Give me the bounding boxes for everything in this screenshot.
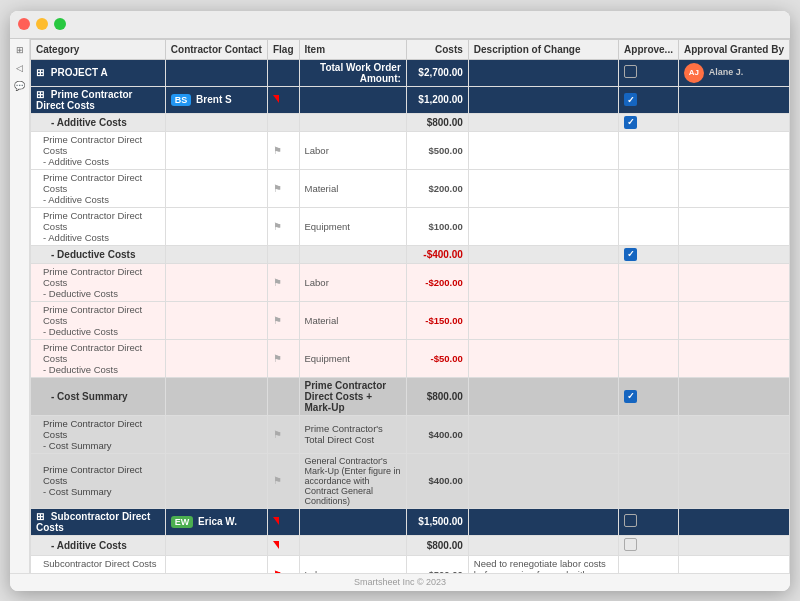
sub-direct-costs: $1,500.00 bbox=[406, 508, 468, 535]
detail-desc-3 bbox=[468, 207, 618, 245]
sub-det-flag-1: ⚑ bbox=[267, 555, 299, 573]
ded-flag-2: ⚑ bbox=[267, 301, 299, 339]
sidebar-icon-3[interactable]: 💬 bbox=[13, 79, 27, 93]
ded-costs-3: -$50.00 bbox=[406, 339, 468, 377]
sub-det-approved-1 bbox=[619, 555, 679, 573]
cs-detail-contact-2 bbox=[165, 453, 267, 508]
row-cost-summary-detail-2: Prime Contractor Direct Costs- Cost Summ… bbox=[31, 453, 790, 508]
project-a-approved[interactable] bbox=[619, 59, 679, 86]
project-a-contact bbox=[165, 59, 267, 86]
cs-detail-item-1: Prime Contractor's Total Direct Cost bbox=[299, 415, 406, 453]
detail-contact-3 bbox=[165, 207, 267, 245]
sub-det-contact-1 bbox=[165, 555, 267, 573]
ded-desc-2 bbox=[468, 301, 618, 339]
detail-approved-1 bbox=[619, 131, 679, 169]
ded-contact-3 bbox=[165, 339, 267, 377]
flag-icon-red bbox=[273, 95, 279, 103]
sub-det-granted-1 bbox=[678, 555, 789, 573]
ded-category-1: Prime Contractor Direct Costs- Deductive… bbox=[31, 263, 166, 301]
detail-category-2: Prime Contractor Direct Costs- Additive … bbox=[31, 169, 166, 207]
col-header-costs: Costs bbox=[406, 39, 468, 59]
deductive-header-contact bbox=[165, 245, 267, 263]
project-a-category: ⊞ PROJECT A bbox=[31, 59, 166, 86]
checkbox-additive[interactable]: ✓ bbox=[624, 116, 637, 129]
checkbox-sub-direct[interactable] bbox=[624, 514, 637, 527]
additive-header-approved[interactable]: ✓ bbox=[619, 113, 679, 131]
cs-detail-granted-1 bbox=[678, 415, 789, 453]
prime-direct-approved[interactable]: ✓ bbox=[619, 86, 679, 113]
minimize-button[interactable] bbox=[36, 18, 48, 30]
sub-direct-item bbox=[299, 508, 406, 535]
row-deductive-equipment-1: Prime Contractor Direct Costs- Deductive… bbox=[31, 339, 790, 377]
cost-summary-approved[interactable]: ✓ bbox=[619, 377, 679, 415]
detail-flag-3: ⚑ bbox=[267, 207, 299, 245]
sub-direct-granted bbox=[678, 508, 789, 535]
deductive-header-approved[interactable]: ✓ bbox=[619, 245, 679, 263]
prime-direct-granted bbox=[678, 86, 789, 113]
ded-item-2: Material bbox=[299, 301, 406, 339]
cs-detail-desc-2 bbox=[468, 453, 618, 508]
col-header-contact: Contractor Contact bbox=[165, 39, 267, 59]
badge-ew: EW bbox=[171, 516, 194, 528]
ded-item-1: Labor bbox=[299, 263, 406, 301]
checkbox-cost-summary[interactable]: ✓ bbox=[624, 390, 637, 403]
sub-additive-desc bbox=[468, 535, 618, 555]
ded-approved-2 bbox=[619, 301, 679, 339]
row-cost-summary-detail-1: Prime Contractor Direct Costs- Cost Summ… bbox=[31, 415, 790, 453]
cs-detail-costs-1: $400.00 bbox=[406, 415, 468, 453]
detail-approved-3 bbox=[619, 207, 679, 245]
close-button[interactable] bbox=[18, 18, 30, 30]
ded-granted-1 bbox=[678, 263, 789, 301]
detail-costs-1: $500.00 bbox=[406, 131, 468, 169]
detail-granted-3 bbox=[678, 207, 789, 245]
detail-flag-2: ⚑ bbox=[267, 169, 299, 207]
cost-table: Category Contractor Contact Flag Item Co… bbox=[30, 39, 790, 573]
ded-costs-2: -$150.00 bbox=[406, 301, 468, 339]
checkbox-deductive[interactable]: ✓ bbox=[624, 248, 637, 261]
avatar-aj: AJ bbox=[684, 63, 704, 83]
row-detail-material-1: Prime Contractor Direct Costs- Additive … bbox=[31, 169, 790, 207]
deductive-header-granted bbox=[678, 245, 789, 263]
cost-summary-category: - Cost Summary bbox=[31, 377, 166, 415]
sub-direct-flag bbox=[267, 508, 299, 535]
table-container: Category Contractor Contact Flag Item Co… bbox=[30, 39, 790, 573]
footer-bar: Smartsheet Inc © 2023 bbox=[10, 573, 790, 591]
ded-contact-2 bbox=[165, 301, 267, 339]
col-header-granted: Approval Granted By bbox=[678, 39, 789, 59]
cs-detail-cat-2: Prime Contractor Direct Costs- Cost Summ… bbox=[31, 453, 166, 508]
sub-det-item-1: Labor bbox=[299, 555, 406, 573]
maximize-button[interactable] bbox=[54, 18, 66, 30]
sidebar-icon-2[interactable]: ◁ bbox=[13, 61, 27, 75]
cost-summary-item: Prime Contractor Direct Costs + Mark-Up bbox=[299, 377, 406, 415]
cost-summary-granted bbox=[678, 377, 789, 415]
ded-desc-1 bbox=[468, 263, 618, 301]
cost-summary-desc bbox=[468, 377, 618, 415]
col-header-description: Description of Change bbox=[468, 39, 618, 59]
checkbox-sub-additive[interactable] bbox=[624, 538, 637, 551]
cs-detail-granted-2 bbox=[678, 453, 789, 508]
ded-flag-3: ⚑ bbox=[267, 339, 299, 377]
detail-costs-2: $200.00 bbox=[406, 169, 468, 207]
deductive-header-category: - Deductive Costs bbox=[31, 245, 166, 263]
sub-direct-approved[interactable] bbox=[619, 508, 679, 535]
detail-item-2: Material bbox=[299, 169, 406, 207]
sidebar-icon-1[interactable]: ⊞ bbox=[13, 43, 27, 57]
deductive-header-item bbox=[299, 245, 406, 263]
additive-header-costs: $800.00 bbox=[406, 113, 468, 131]
prime-direct-flag bbox=[267, 86, 299, 113]
cost-summary-costs: $800.00 bbox=[406, 377, 468, 415]
row-project-a: ⊞ PROJECT A Total Work Order Amount: $2,… bbox=[31, 59, 790, 86]
detail-approved-2 bbox=[619, 169, 679, 207]
checkbox-approved[interactable]: ✓ bbox=[624, 93, 637, 106]
ded-category-3: Prime Contractor Direct Costs- Deductive… bbox=[31, 339, 166, 377]
sub-additive-approved[interactable] bbox=[619, 535, 679, 555]
ded-granted-2 bbox=[678, 301, 789, 339]
ded-desc-3 bbox=[468, 339, 618, 377]
cost-summary-flag bbox=[267, 377, 299, 415]
sub-additive-contact bbox=[165, 535, 267, 555]
row-prime-direct: ⊞ Prime Contractor Direct Costs BS Brent… bbox=[31, 86, 790, 113]
ded-approved-1 bbox=[619, 263, 679, 301]
row-deductive-material-1: Prime Contractor Direct Costs- Deductive… bbox=[31, 301, 790, 339]
ded-contact-1 bbox=[165, 263, 267, 301]
detail-category-3: Prime Contractor Direct Costs- Additive … bbox=[31, 207, 166, 245]
